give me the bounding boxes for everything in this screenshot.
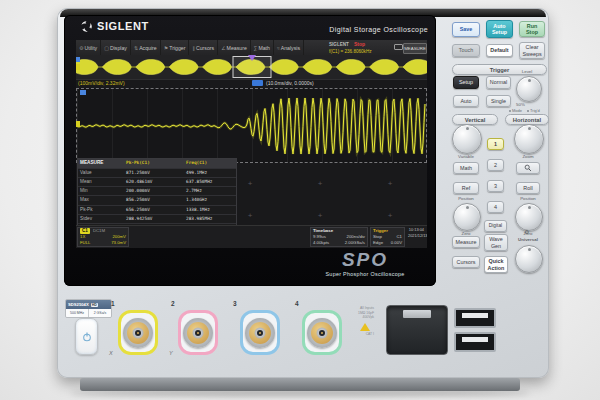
ref-button[interactable]: Ref (453, 182, 479, 194)
usb-port-2[interactable] (454, 332, 496, 352)
waveform-overview-strip[interactable] (76, 55, 427, 80)
digital-button[interactable]: Digital (484, 220, 507, 232)
brand-text: SIGLENT (97, 20, 149, 32)
usb-tongue (462, 313, 488, 318)
channel-2-button[interactable]: 2 (487, 159, 504, 171)
bandwidth-label: FULL (80, 240, 91, 246)
menu-item-math[interactable]: ∑Math (251, 40, 274, 55)
gear-icon: ⚙ (79, 45, 83, 51)
variable-label: Variable (450, 154, 482, 159)
lcd-screen[interactable]: ⚙Utility▢Display⇅Acquire⚑Trigger∥Cursors… (76, 40, 427, 248)
measure-row: Min200.000mV2.7MHz (78, 186, 236, 195)
horizontal-position-knob[interactable] (515, 203, 543, 231)
flag-icon: ⚑ (164, 45, 168, 51)
cursors-button[interactable]: Cursors (452, 256, 480, 268)
vertical-scale-knob[interactable] (452, 124, 482, 154)
channel-4-button[interactable]: 4 (487, 201, 504, 213)
menu-item-trigger[interactable]: ⚑Trigger (161, 40, 190, 55)
touch-button[interactable]: Touch (452, 44, 480, 57)
clock: 10:13:04 2021/12/13 (406, 227, 426, 247)
bnc-connector (137, 332, 139, 334)
channel1-descriptor-box[interactable]: C1DC1M 1X200mV FULL73.0mV (77, 227, 129, 247)
measure-cell: 620.4861mV (126, 178, 186, 186)
trigger-box[interactable]: Trigger StopC1 Edge0.00V (370, 227, 405, 247)
analysis-icon: ≈ (277, 45, 280, 51)
measure-table[interactable]: MEASUREPk-Pk(C1)Freq(C1)Value871.250mV49… (77, 158, 237, 227)
vertical-position-knob[interactable] (453, 203, 481, 231)
measure-row: Max856.250mV1.340GHz (78, 195, 236, 204)
graticule-cross: + (386, 180, 394, 188)
bnc-input-channel-3: 3 (240, 310, 280, 355)
measure-row: Mean620.4861mV637.850MHz (78, 177, 236, 186)
menu-item-label: Math (258, 45, 270, 51)
sample-rate-spec: 2 GSa/s (89, 309, 111, 317)
measure-toolbar-button[interactable]: MEASURE (403, 43, 427, 54)
channel-number-label: 3 (233, 300, 237, 307)
universal-label: Universal (508, 237, 548, 242)
roll-button[interactable]: Roll (516, 182, 540, 194)
menu-item-acquire[interactable]: ⇅Acquire (131, 40, 161, 55)
logic-probe-port[interactable] (386, 305, 448, 355)
bnc-connector (259, 332, 261, 334)
measure-cell: 856.250mV (126, 196, 186, 204)
battery-icon (394, 44, 403, 50)
zoom-marker-icon (80, 90, 86, 95)
save-button[interactable]: Save (452, 22, 480, 37)
measure-button[interactable]: Measure (452, 236, 480, 248)
siglent-logo-icon (80, 20, 93, 33)
measure-row: Stdev288.9425mV283.985MHz (78, 214, 236, 223)
power-button[interactable] (75, 318, 98, 355)
status-brand: SIGLENT (329, 42, 349, 47)
zoom-search-icon (524, 164, 532, 172)
input-rating-line: 400Vpk (339, 315, 374, 320)
bnc-input-channel-4: 4 (302, 310, 342, 355)
universal-knob[interactable] (515, 245, 543, 273)
cursors-icon: ∥ (192, 45, 195, 51)
graticule-cross: + (386, 212, 394, 220)
usb-port-1[interactable] (454, 308, 496, 328)
zoom-waveform-window[interactable] (76, 88, 427, 163)
cat-rating: CAT I (339, 332, 374, 337)
horizontal-scale-knob[interactable] (514, 124, 544, 154)
measure-cell: 283.985MHz (186, 215, 236, 223)
trigd-led-label: Trig'd (527, 108, 540, 113)
trigger-type: Edge (373, 240, 383, 246)
bnc-connector (197, 332, 199, 334)
measure-cell: 499.1MHz (186, 169, 236, 177)
menu-item-label: Acquire (139, 45, 157, 51)
menu-item-measure[interactable]: ∠Measure (218, 40, 251, 55)
measure-icon: ∠ (221, 45, 225, 51)
bnc-connector (321, 332, 323, 334)
default-button[interactable]: Default (486, 44, 513, 57)
trigger-auto-button[interactable]: Auto (453, 95, 479, 107)
trigger-single-button[interactable]: Single (486, 95, 511, 107)
mode-led-label: Mode (509, 108, 522, 113)
channel-3-button[interactable]: 3 (487, 180, 504, 192)
trigger-normal-button[interactable]: Normal (486, 76, 511, 89)
clear-sweeps-button[interactable]: Clear Sweeps (519, 42, 545, 59)
measure-cell: 656.250mV (126, 206, 186, 214)
menu-item-label: Cursors (196, 45, 214, 51)
channel-1-button[interactable]: 1 (487, 138, 504, 150)
math-button[interactable]: Math (453, 162, 479, 174)
menu-item-display[interactable]: ▢Display (101, 40, 131, 55)
auto-setup-button[interactable]: Auto Setup (486, 20, 513, 38)
acquire-icon: ⇅ (134, 45, 138, 51)
wave-gen-button[interactable]: Wave Gen (484, 234, 508, 251)
bnc-input-channel-2: 2Y (178, 310, 218, 355)
zoom-tag-icon (252, 80, 263, 86)
measure-cell: Value (78, 169, 126, 177)
level-knob-label: Level (514, 69, 540, 74)
trigger-setup-button[interactable]: Setup (453, 76, 479, 89)
probe-connector (403, 310, 431, 318)
trigger-level-knob[interactable] (516, 76, 542, 102)
run-stop-button[interactable]: Run Stop (519, 21, 545, 37)
menu-item-analysis[interactable]: ≈Analysis (274, 40, 304, 55)
menu-item-utility[interactable]: ⚙Utility (76, 40, 101, 55)
timebase-box[interactable]: Timebase 9.99us200ns/div 4.00kpts2.00GSa… (310, 227, 368, 247)
menu-item-cursors[interactable]: ∥Cursors (189, 40, 218, 55)
device-base (80, 378, 520, 391)
quick-action-button[interactable]: Quick Action (484, 256, 508, 273)
bottom-status-bar: C1DC1M 1X200mV FULL73.0mV Timebase 9.99u… (76, 225, 427, 248)
zoom-search-button[interactable] (516, 162, 540, 174)
